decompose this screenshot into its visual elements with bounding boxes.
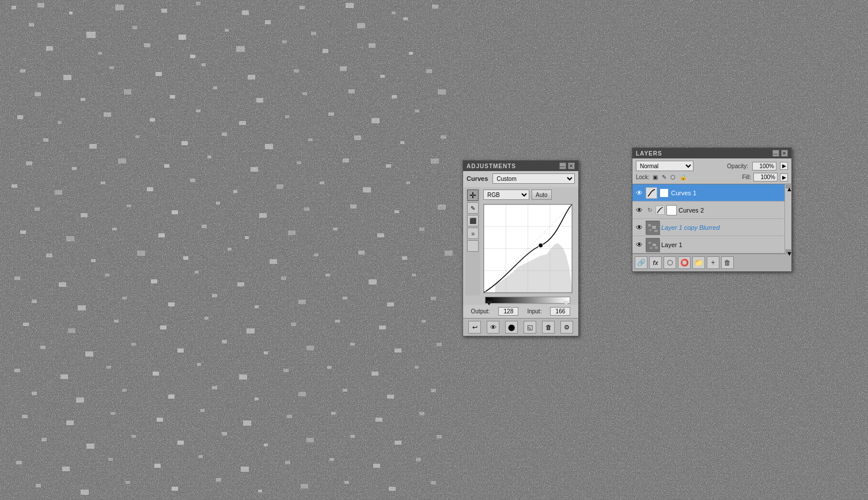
clip-layer-btn[interactable]: ◱ bbox=[524, 321, 536, 334]
visibility-btn[interactable]: 👁 bbox=[487, 321, 499, 334]
layer-mask bbox=[666, 205, 677, 215]
svg-rect-157 bbox=[350, 343, 355, 346]
svg-rect-4 bbox=[115, 5, 124, 10]
scroll-down-arrow[interactable]: ▼ bbox=[786, 249, 791, 253]
svg-rect-86 bbox=[276, 184, 283, 189]
close-btn[interactable]: ✕ bbox=[568, 162, 575, 169]
svg-rect-153 bbox=[177, 349, 184, 353]
svg-rect-30 bbox=[20, 69, 25, 73]
svg-rect-187 bbox=[331, 412, 336, 415]
svg-rect-215 bbox=[258, 490, 262, 493]
draw-curve-tool[interactable]: ✎ bbox=[467, 202, 479, 214]
svg-rect-75 bbox=[251, 167, 258, 172]
layer-thumbnail bbox=[646, 221, 659, 234]
layer-mask bbox=[659, 188, 669, 198]
options-btn[interactable]: ⚙ bbox=[560, 321, 573, 334]
link-layers-btn[interactable]: 🔗 bbox=[635, 256, 647, 269]
layer-visibility-btn[interactable]: 👁 bbox=[635, 241, 644, 249]
svg-rect-89 bbox=[406, 181, 410, 184]
new-layer-btn[interactable]: + bbox=[707, 256, 719, 269]
input-label: Input: bbox=[527, 308, 541, 315]
auto-button[interactable]: Auto bbox=[532, 190, 552, 200]
layer-visibility-btn[interactable]: 👁 bbox=[635, 189, 644, 197]
gradient-slider[interactable] bbox=[485, 297, 570, 304]
svg-rect-107 bbox=[333, 228, 338, 230]
group-btn[interactable]: 📁 bbox=[692, 256, 705, 269]
layer-row[interactable]: 👁 Layer 1 copy Blurred bbox=[632, 219, 791, 236]
layer-row[interactable]: 👁 Layer 1 bbox=[632, 236, 791, 253]
sample-shadows-tool[interactable]: ⬛ bbox=[467, 215, 479, 226]
adjustments-titlebar-controls: — ✕ bbox=[559, 162, 575, 169]
channel-select[interactable]: RGB Red Green Blue bbox=[483, 190, 529, 200]
scroll-up-arrow[interactable]: ▲ bbox=[786, 185, 791, 188]
sample-highlights-tool[interactable]: □ bbox=[467, 240, 479, 252]
svg-rect-9 bbox=[346, 3, 354, 8]
svg-rect-148 bbox=[379, 325, 386, 329]
layers-scrollbar[interactable]: ▲ ▼ bbox=[784, 184, 791, 253]
lock-all-btn[interactable]: 🔒 bbox=[679, 173, 688, 181]
output-value[interactable]: 128 bbox=[498, 307, 518, 316]
svg-rect-122 bbox=[105, 274, 109, 276]
svg-rect-19 bbox=[357, 23, 365, 28]
svg-rect-7 bbox=[242, 10, 249, 15]
svg-rect-3 bbox=[69, 12, 73, 14]
fill-increase-btn[interactable]: ▶ bbox=[780, 173, 788, 181]
layer-visibility-btn[interactable]: 👁 bbox=[635, 224, 644, 232]
svg-rect-109 bbox=[419, 228, 424, 231]
layer-name: Layer 1 bbox=[661, 241, 789, 248]
reset-btn[interactable]: ↩ bbox=[468, 321, 481, 334]
view-previous-btn[interactable]: ⬤ bbox=[505, 321, 518, 334]
sample-midtones-tool[interactable]: ■ bbox=[467, 228, 479, 239]
svg-rect-125 bbox=[237, 282, 244, 286]
svg-rect-208 bbox=[373, 464, 380, 468]
svg-rect-210 bbox=[36, 484, 41, 487]
lock-transparent-btn[interactable]: ▣ bbox=[651, 173, 659, 181]
svg-rect-98 bbox=[395, 210, 399, 213]
svg-rect-177 bbox=[343, 389, 347, 392]
svg-rect-44 bbox=[213, 86, 217, 89]
svg-rect-170 bbox=[32, 392, 37, 395]
opacity-input[interactable] bbox=[752, 162, 776, 171]
blend-mode-select[interactable]: Normal Dissolve Multiply Screen Overlay bbox=[636, 161, 693, 171]
fill-input[interactable] bbox=[753, 173, 778, 181]
delete-layer-btn[interactable]: 🗑 bbox=[721, 256, 734, 269]
svg-rect-40 bbox=[35, 92, 41, 96]
svg-rect-12 bbox=[29, 23, 34, 26]
add-mask-btn[interactable]: ⬡ bbox=[664, 256, 676, 269]
layer-thumbnail bbox=[646, 238, 659, 252]
svg-rect-149 bbox=[422, 320, 426, 323]
delete-btn[interactable]: 🗑 bbox=[542, 321, 555, 334]
svg-rect-15 bbox=[179, 35, 186, 40]
minimize-btn[interactable]: — bbox=[559, 162, 566, 169]
opacity-increase-btn[interactable]: ▶ bbox=[780, 162, 788, 170]
svg-rect-240 bbox=[649, 242, 651, 244]
svg-point-228 bbox=[539, 243, 543, 248]
layers-minimize-btn[interactable]: — bbox=[772, 150, 779, 157]
layer-link-icon: ↻ bbox=[646, 207, 654, 213]
adjustments-title: ADJUSTMENTS bbox=[467, 163, 516, 169]
layer-row[interactable]: 👁 Curves 1 bbox=[632, 184, 791, 202]
svg-rect-204 bbox=[199, 455, 203, 458]
svg-rect-241 bbox=[653, 244, 656, 246]
svg-rect-194 bbox=[222, 432, 227, 435]
svg-rect-83 bbox=[147, 187, 153, 191]
input-value[interactable]: 166 bbox=[550, 307, 570, 316]
lock-image-btn[interactable]: ✎ bbox=[661, 173, 668, 181]
svg-rect-108 bbox=[377, 233, 384, 237]
svg-rect-142 bbox=[114, 320, 119, 323]
lock-position-btn[interactable]: ⬡ bbox=[669, 173, 677, 181]
layer-row[interactable]: 👁 ↻ Curves 2 bbox=[632, 202, 791, 219]
svg-rect-39 bbox=[426, 69, 432, 73]
svg-rect-37 bbox=[340, 66, 347, 71]
select-point-tool[interactable]: ✛ bbox=[467, 190, 479, 201]
svg-rect-11 bbox=[432, 5, 438, 9]
layer-visibility-btn[interactable]: 👁 bbox=[635, 206, 644, 214]
svg-rect-76 bbox=[297, 161, 301, 164]
layers-close-btn[interactable]: ✕ bbox=[781, 150, 788, 157]
adjustment-layer-btn[interactable]: ⭕ bbox=[678, 256, 691, 269]
svg-rect-169 bbox=[415, 366, 419, 369]
svg-rect-162 bbox=[107, 366, 111, 369]
add-fx-btn[interactable]: fx bbox=[649, 256, 662, 269]
preset-select[interactable]: Custom Default Strong Contrast bbox=[492, 173, 575, 184]
curves-graph[interactable] bbox=[483, 204, 573, 293]
